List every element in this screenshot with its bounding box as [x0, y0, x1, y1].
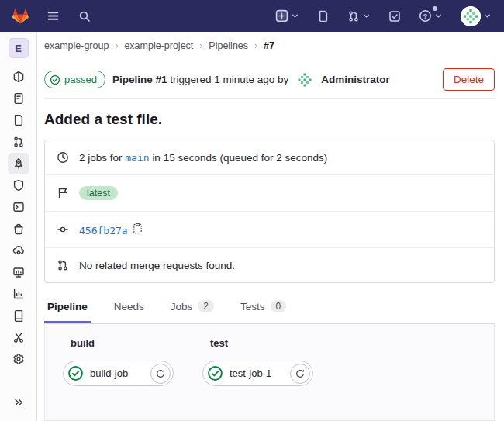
- commit-row: 456fb27a: [45, 212, 494, 248]
- rocket-icon: [12, 157, 25, 170]
- branch-link[interactable]: main: [125, 152, 149, 164]
- svg-text:?: ?: [423, 12, 428, 20]
- jobs-duration-row: 2 jobs for main in 15 seconds (queued fo…: [45, 140, 494, 175]
- chart-icon: [12, 288, 25, 300]
- user-menu-button[interactable]: [459, 5, 493, 28]
- merge-request-icon: [57, 259, 69, 271]
- breadcrumb-group[interactable]: example-group: [44, 40, 109, 51]
- breadcrumb-pipelines[interactable]: Pipelines: [209, 40, 248, 51]
- issues-icon: [317, 10, 330, 22]
- pipeline-tabs: Pipeline Needs Jobs2 Tests0: [44, 290, 495, 324]
- sidebar-item-monitor[interactable]: [8, 261, 29, 283]
- chevron-down-icon: [434, 12, 443, 20]
- cube-icon: [12, 71, 25, 83]
- flag-icon: [57, 187, 69, 199]
- todos-button[interactable]: [387, 9, 402, 24]
- gitlab-logo-icon[interactable]: [11, 7, 29, 25]
- commit-title: Added a test file.: [44, 111, 495, 128]
- breadcrumb-separator: ›: [115, 40, 118, 51]
- merge-request-icon: [12, 136, 25, 148]
- pipeline-graph-panel: build build-job test test-job-1: [44, 324, 495, 421]
- tab-pipeline[interactable]: Pipeline: [44, 291, 91, 323]
- delete-button[interactable]: Delete: [443, 68, 495, 91]
- merge-requests-button[interactable]: [346, 9, 372, 24]
- project-avatar[interactable]: E: [9, 38, 29, 58]
- gitlab-app: ? E: [0, 0, 504, 421]
- triggered-text: triggered 1 minute ago by: [170, 74, 288, 85]
- tab-needs[interactable]: Needs: [111, 291, 147, 323]
- gear-icon: [12, 353, 25, 365]
- check-circle-icon: [50, 74, 60, 85]
- stage-column-test: test test-job-1: [202, 337, 342, 420]
- main-content: example-group › example-project › Pipeli…: [37, 32, 504, 421]
- latest-row: latest: [45, 175, 494, 212]
- user-name-link[interactable]: Administrator: [321, 74, 390, 85]
- job-pill-build-job[interactable]: build-job: [63, 361, 174, 386]
- pipeline-triggered-text: Pipeline #1 triggered 1 minute ago by: [112, 74, 288, 85]
- breadcrumb-separator: ›: [199, 40, 202, 51]
- tab-label: Tests: [240, 301, 265, 312]
- job-success-icon: [67, 365, 84, 381]
- tests-count-badge: 0: [271, 300, 287, 312]
- help-button[interactable]: ?: [417, 8, 444, 24]
- status-badge[interactable]: passed: [44, 71, 105, 88]
- job-success-icon: [207, 365, 223, 381]
- top-navbar: ?: [0, 0, 504, 32]
- scissors-icon: [12, 331, 25, 343]
- sidebar-item-manage[interactable]: [8, 66, 29, 88]
- sidebar-item-packages[interactable]: [8, 218, 29, 240]
- sidebar-item-operate[interactable]: [8, 240, 29, 261]
- breadcrumb: example-group › example-project › Pipeli…: [44, 32, 495, 60]
- commit-icon: [57, 223, 69, 236]
- cloud-gear-icon: [12, 244, 25, 257]
- job-name: test-job-1: [230, 368, 284, 379]
- jobs-text-pre: 2 jobs for: [79, 152, 123, 164]
- issues-button[interactable]: [316, 9, 331, 24]
- tab-jobs[interactable]: Jobs2: [167, 290, 217, 323]
- sidebar-item-settings[interactable]: [8, 348, 29, 370]
- chevron-down-icon: [483, 12, 492, 20]
- terminal-icon: [12, 201, 25, 213]
- clock-icon: [57, 151, 69, 164]
- document-icon: [12, 114, 25, 126]
- retry-icon: [295, 368, 306, 379]
- hamburger-menu-button[interactable]: [45, 8, 61, 24]
- sidebar-item-analyze[interactable]: [8, 283, 29, 305]
- retry-job-button[interactable]: [290, 364, 310, 384]
- sidebar-item-code[interactable]: [8, 109, 29, 131]
- clipboard-icon: [132, 223, 143, 234]
- sidebar-item-secure[interactable]: [8, 174, 29, 196]
- book-icon: [12, 309, 25, 322]
- new-dropdown-button[interactable]: [274, 8, 301, 24]
- chevron-down-icon: [362, 12, 371, 20]
- tab-tests[interactable]: Tests0: [237, 290, 289, 323]
- sidebar-item-deploy[interactable]: [8, 196, 29, 218]
- pipeline-header-row: passed Pipeline #1 triggered 1 minute ag…: [44, 60, 495, 99]
- retry-job-button[interactable]: [150, 364, 171, 384]
- question-circle-icon: ?: [419, 9, 432, 22]
- shield-icon: [12, 179, 25, 192]
- todo-check-icon: [388, 10, 401, 22]
- search-button[interactable]: [77, 9, 92, 24]
- tab-label: Pipeline: [47, 301, 88, 312]
- copy-commit-sha-button[interactable]: [132, 223, 143, 234]
- breadcrumb-separator: ›: [254, 40, 257, 51]
- commit-sha-link[interactable]: 456fb27a: [79, 225, 128, 236]
- jobs-count-badge: 2: [198, 300, 214, 312]
- merge-request-icon: [347, 10, 360, 22]
- bag-icon: [12, 223, 25, 235]
- sidebar-item-build[interactable]: [8, 153, 29, 174]
- breadcrumb-project[interactable]: example-project: [124, 40, 193, 51]
- notification-dot: [433, 6, 437, 11]
- stage-column-build: build build-job: [63, 337, 202, 420]
- sidebar-item-plan[interactable]: [8, 88, 29, 109]
- navbar-right: ?: [274, 5, 493, 28]
- sidebar-item-snippets[interactable]: [8, 326, 29, 348]
- user-avatar[interactable]: [295, 71, 314, 89]
- sidebar-item-wiki[interactable]: [8, 305, 29, 326]
- sidebar-item-merge-requests[interactable]: [8, 131, 29, 153]
- sidebar-collapse-button[interactable]: [8, 392, 29, 413]
- document-lines-icon: [12, 92, 25, 105]
- job-pill-test-job-1[interactable]: test-job-1: [202, 361, 313, 386]
- stage-name: test: [210, 337, 342, 349]
